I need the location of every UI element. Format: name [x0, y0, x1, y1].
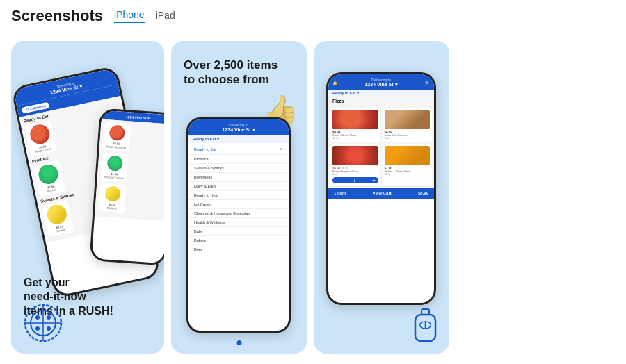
menu-item-dairy: Dairy & Eggs [188, 182, 289, 191]
menu-item-health: Health & Wellness [188, 218, 289, 227]
menu-item-baby: Baby [188, 227, 289, 236]
scroll-bar: ◀ ▶ [0, 361, 626, 364]
screenshots-area: Delivering to 1234 Vine St ▾ All Categor… [0, 34, 626, 361]
menu-item-sweets: Sweets & Snacks [188, 164, 289, 173]
pizza-item-2: $8.99 Italian Style Supreme 41 oz [383, 108, 433, 142]
screenshot-card-3: Over 2,500 items to choose from 👍 Delive… [171, 41, 307, 354]
pizza-item-1: $8.99 Kroger Ultimate Pizza 40 oz [330, 108, 380, 142]
phone-secondary: 1234 Vine St ▾ $8.99 Italian Supreme $ [89, 108, 164, 265]
page-title: Screenshots [11, 7, 103, 25]
menu-item-beverages: Beverages [188, 173, 289, 182]
menu-item-ready-heat: Ready to Heat [188, 191, 289, 200]
pizza-section-title: Pizza [328, 97, 434, 106]
menu-list: Ready to Eat ✓ Produce Sweets & Snacks B… [188, 143, 289, 256]
dot-active [236, 340, 241, 345]
tab-iphone[interactable]: iPhone [114, 9, 145, 23]
svg-point-4 [35, 315, 40, 320]
food-broccoli-2: $1.88 Broccoli Crowns [101, 153, 129, 183]
pizza-item-4: $7.00 Stefano 4 Cheese Pizza 36 oz [383, 144, 433, 185]
pizza-icon [22, 302, 64, 347]
screenshot-card-1: Delivering to 1234 Vine St ▾ All Categor… [11, 41, 164, 354]
card-3-headline: Over 2,500 items to choose from [184, 58, 278, 88]
food-pizza-2: $8.99 Italian Supreme [103, 122, 131, 152]
bottle-icon [410, 306, 441, 347]
food-broccoli: $1.88 Broccoli [33, 160, 65, 197]
food-banana-2: $0.49 Banana [98, 183, 127, 213]
slide-dots [236, 340, 241, 345]
svg-point-7 [47, 326, 51, 331]
svg-point-6 [35, 326, 40, 331]
menu-item-ice-cream: Ice Cream [188, 200, 289, 209]
menu-item-produce: Produce [188, 155, 289, 164]
pizza-grid: $8.99 Kroger Ultimate Pizza 40 oz $8.99 … [328, 106, 434, 188]
svg-point-5 [47, 315, 51, 320]
view-cart-bar[interactable]: 1 item View Cart $8.99 [328, 188, 434, 199]
ready-to-eat-bar: Ready to Eat ▾ [188, 135, 289, 143]
phone-menu: Delivering to 1234 Vine St ▾ Ready to Ea… [186, 117, 291, 333]
page-header: Screenshots iPhone iPad [0, 0, 626, 31]
food-pizza: $8.99 Kroger Pizza [24, 120, 57, 157]
ready-to-eat-bar-2: Ready to Eat ▾ [328, 90, 434, 97]
screenshots-container: Delivering to 1234 Vine St ▾ All Categor… [0, 31, 626, 364]
menu-item-ready-eat: Ready to Eat ✓ [188, 144, 289, 155]
menu-item-cleaning: Cleaning & Household Essentials [188, 209, 289, 218]
tab-ipad[interactable]: iPad [156, 10, 175, 22]
food-banana: $0.49 Banana [42, 200, 74, 237]
menu-item-bakery: Bakery [188, 236, 289, 245]
screenshot-card-4: 🔔 Delivering to 1234 Vine St ▾ 🔍 Ready t… [314, 41, 449, 354]
pizza-item-3: $6.99 $8.99 Kroger Pepperoni Pizza 34oz … [330, 144, 380, 185]
phone-pizza-grid: 🔔 Delivering to 1234 Vine St ▾ 🔍 Ready t… [326, 72, 436, 305]
menu-item-beer: Beer [188, 245, 289, 254]
